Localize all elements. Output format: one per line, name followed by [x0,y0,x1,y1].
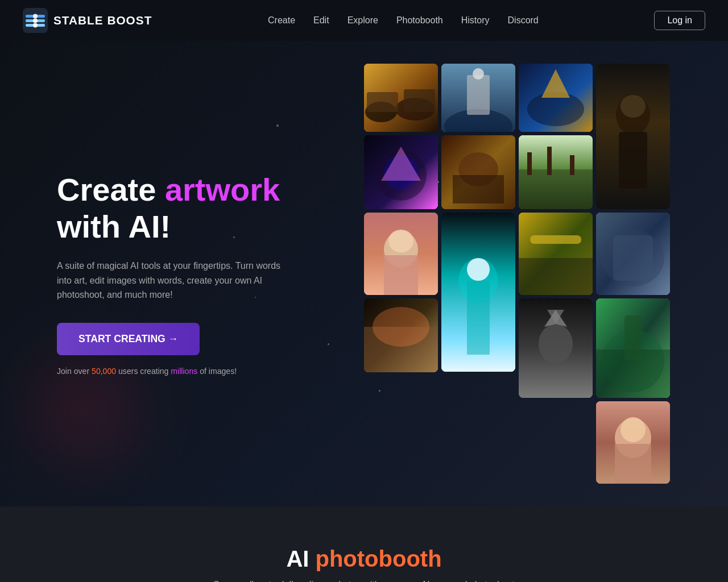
nav-discord[interactable]: Discord [508,15,539,25]
nav-history[interactable]: History [461,15,490,25]
svg-rect-32 [527,152,532,175]
nav-create[interactable]: Create [268,15,295,25]
svg-point-6 [33,23,38,28]
svg-point-5 [33,19,38,23]
start-creating-button[interactable]: START CREATING → [57,323,200,355]
grid-image-2[interactable] [441,64,515,132]
svg-rect-11 [404,89,435,112]
login-button[interactable]: Log in [654,11,705,30]
svg-rect-42 [467,281,490,355]
grid-image-7[interactable] [519,135,593,209]
svg-rect-59 [624,315,642,361]
grid-image-8[interactable] [364,213,438,295]
svg-rect-33 [547,147,552,175]
svg-rect-14 [467,75,490,115]
grid-image-15[interactable] [596,401,670,484]
svg-rect-45 [530,235,581,244]
hero-left: Create artwork with AI! A suite of magic… [57,172,341,376]
svg-rect-34 [570,155,574,175]
logo-text: STABLE BOOST [53,14,152,27]
nav-edit[interactable]: Edit [313,15,329,25]
hero-title: Create artwork with AI! [57,172,341,245]
logo-icon [23,8,48,33]
grid-image-11[interactable] [596,213,670,295]
svg-rect-22 [619,132,647,189]
svg-point-21 [621,95,646,118]
nav-links: Create Edit Explore Photobooth History D… [268,15,539,26]
hero-title-with-ai: with AI! [57,209,171,244]
nav-explore[interactable]: Explore [348,15,378,25]
hero-subtitle: A suite of magical AI tools at your fing… [57,259,296,302]
navbar: STABLE BOOST Create Edit Explore Photobo… [0,0,728,41]
grid-image-6[interactable] [441,135,515,209]
join-number1: 50,000 [92,367,116,376]
svg-point-51 [373,307,429,347]
join-number2: millions [171,367,197,376]
svg-point-62 [621,417,646,442]
svg-point-41 [467,258,490,281]
join-mid: users creating [116,367,171,376]
grid-image-9[interactable] [441,213,515,372]
logo[interactable]: STABLE BOOST [23,8,152,33]
svg-rect-10 [367,92,398,112]
grid-image-13[interactable] [519,298,593,398]
section-title: AI photobooth [23,546,705,572]
svg-point-53 [539,324,573,364]
cta-label: START CREATING → [78,333,178,345]
hero-section: Create artwork with AI! A suite of magic… [0,41,728,506]
grid-image-14[interactable] [596,298,670,398]
svg-rect-29 [453,175,504,203]
hero-title-plain: Create [57,172,165,207]
hero-title-highlight: artwork [165,172,280,207]
svg-point-4 [33,14,38,19]
grid-image-5[interactable] [364,135,438,209]
join-pre: Join over [57,367,92,376]
grid-image-4[interactable] [596,64,670,209]
svg-rect-48 [613,235,653,281]
photobooth-section: AI photobooth Say goodbye to dull, ordin… [0,506,728,582]
grid-image-3[interactable] [519,64,593,132]
svg-rect-38 [384,255,418,295]
grid-image-12[interactable] [364,298,438,372]
svg-rect-31 [519,169,593,209]
grid-image-10[interactable] [519,213,593,295]
svg-rect-44 [519,258,593,295]
section-title-highlight: photobooth [316,546,442,571]
image-grid [364,64,705,484]
join-text: Join over 50,000 users creating millions… [57,367,341,376]
nav-photobooth[interactable]: Photobooth [396,15,443,25]
svg-rect-63 [615,444,651,484]
section-title-plain: AI [286,546,315,571]
section-subtitle: Say goodbye to dull, ordinary photos wit… [23,580,705,582]
grid-image-1[interactable] [364,64,438,132]
join-post: of images! [197,367,237,376]
svg-point-37 [388,230,413,252]
svg-point-15 [473,68,484,80]
